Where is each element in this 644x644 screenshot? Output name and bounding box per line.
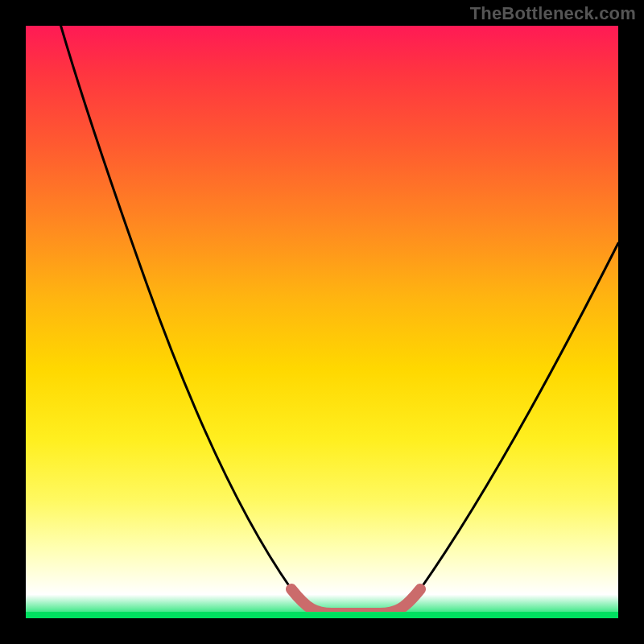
plot-area — [26, 26, 618, 618]
curve-path — [54, 26, 618, 613]
bottleneck-curve — [26, 26, 618, 618]
optimal-zone-marker — [291, 589, 420, 613]
chart-frame: TheBottleneck.com — [0, 0, 644, 644]
watermark-text: TheBottleneck.com — [470, 3, 636, 24]
optimal-green-strip — [26, 612, 618, 618]
